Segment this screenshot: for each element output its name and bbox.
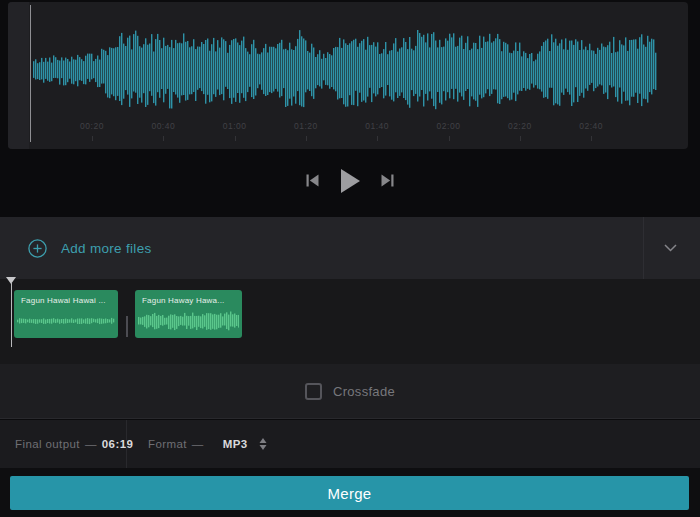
plus-circle-icon bbox=[28, 239, 47, 258]
ruler-tick bbox=[520, 136, 521, 141]
crossfade-row: Crossfade bbox=[0, 364, 700, 419]
final-output-label: Final output bbox=[15, 438, 80, 450]
waveform-left-gutter bbox=[8, 2, 29, 149]
add-more-files-button[interactable]: Add more files bbox=[28, 217, 152, 279]
add-files-divider bbox=[643, 217, 644, 279]
output-settings-row: Final output — 06:19 Format — MP3 bbox=[0, 420, 700, 468]
play-icon bbox=[340, 169, 360, 196]
format-select[interactable]: Format — MP3 bbox=[142, 420, 273, 468]
add-more-files-label: Add more files bbox=[61, 241, 152, 256]
audio-merger-app: 00:2000:4001:0001:2001:4002:0002:2002:40… bbox=[0, 0, 700, 517]
playhead-line bbox=[11, 282, 12, 347]
ruler-tick bbox=[163, 136, 164, 141]
player-playhead[interactable] bbox=[30, 5, 31, 142]
crossfade-label[interactable]: Crossfade bbox=[333, 384, 395, 399]
timeline[interactable]: Fagun Hawai Hawai ... Fagun Haway Hawa..… bbox=[0, 279, 700, 364]
audio-clip-1[interactable]: Fagun Hawai Hawai ... bbox=[14, 290, 118, 338]
add-files-bar: Add more files bbox=[0, 217, 700, 279]
final-output-dash: — bbox=[85, 438, 97, 450]
collapse-button[interactable] bbox=[652, 217, 688, 279]
audio-clip-2-waveform bbox=[138, 308, 239, 334]
audio-clip-2[interactable]: Fagun Haway Hawa... bbox=[135, 290, 242, 338]
format-value: MP3 bbox=[223, 438, 248, 450]
ruler-tick bbox=[591, 136, 592, 141]
output-divider bbox=[126, 420, 127, 468]
merge-button[interactable]: Merge bbox=[10, 476, 689, 510]
clip-junction-marker bbox=[126, 316, 128, 337]
ruler-tick bbox=[449, 136, 450, 141]
format-dash: — bbox=[192, 438, 204, 450]
play-button[interactable] bbox=[336, 165, 364, 200]
merge-area: Merge bbox=[0, 468, 700, 517]
skip-to-start-icon bbox=[306, 174, 319, 190]
skip-to-start-button[interactable] bbox=[302, 170, 323, 194]
chevron-down-icon bbox=[664, 244, 677, 252]
ruler-tick bbox=[92, 136, 93, 141]
format-label: Format bbox=[148, 438, 187, 450]
ruler-tick bbox=[377, 136, 378, 141]
format-stepper-icon bbox=[259, 438, 267, 450]
skip-to-end-icon bbox=[381, 174, 394, 190]
skip-to-end-button[interactable] bbox=[377, 170, 398, 194]
audio-clip-1-label: Fagun Hawai Hawai ... bbox=[21, 296, 111, 305]
waveform-panel[interactable]: 00:2000:4001:0001:2001:4002:0002:2002:40 bbox=[8, 2, 688, 149]
transport-controls: 00:00/06:19 bbox=[0, 150, 700, 214]
audio-clip-1-waveform bbox=[17, 308, 115, 334]
final-output-info: Final output — 06:19 bbox=[15, 420, 133, 468]
ruler-tick bbox=[306, 136, 307, 141]
main-waveform bbox=[33, 15, 657, 125]
audio-clip-2-label: Fagun Haway Hawa... bbox=[142, 296, 235, 305]
final-output-duration: 06:19 bbox=[102, 438, 133, 450]
ruler-tick bbox=[235, 136, 236, 141]
crossfade-checkbox[interactable] bbox=[305, 383, 322, 400]
